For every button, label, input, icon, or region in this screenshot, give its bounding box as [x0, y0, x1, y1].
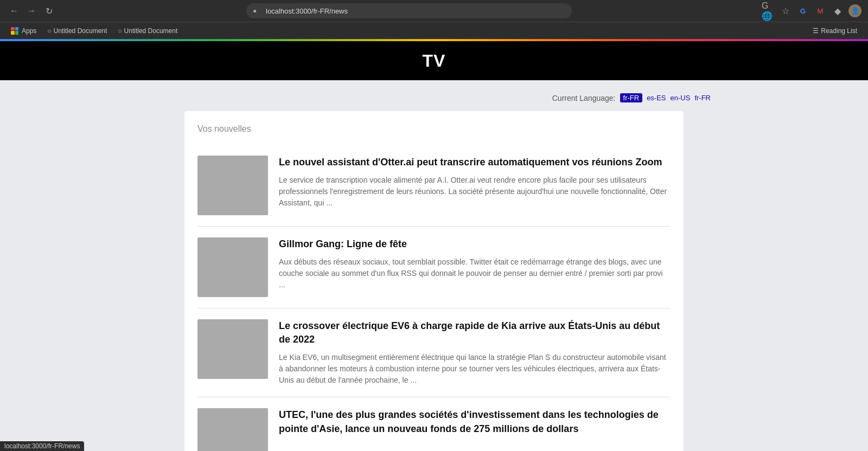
news-item: UTEC, l'une des plus grandes sociétés d'…	[197, 397, 671, 451]
reading-list-icon: ☰	[813, 27, 819, 35]
news-item: Le nouvel assistant d'Otter.ai peut tran…	[197, 145, 671, 227]
translate-icon[interactable]: G🌐	[762, 4, 775, 17]
lang-en-us[interactable]: en-US	[671, 94, 691, 102]
bookmark-star-icon[interactable]: ☆	[779, 4, 792, 17]
google-icon[interactable]: G	[796, 4, 809, 17]
browser-chrome: ← → ↻ ● localhost:3000/fr-FR/news G🌐 ☆ G…	[0, 0, 868, 22]
news-title-3[interactable]: Le crossover électrique EV6 à charge rap…	[279, 319, 671, 346]
lock-icon: ●	[253, 7, 257, 15]
back-button[interactable]: ←	[7, 3, 22, 18]
bookmark-label-2: Untitled Document	[124, 27, 178, 35]
bookmark-label-1: Untitled Document	[54, 27, 107, 35]
news-item: Le crossover électrique EV6 à charge rap…	[197, 308, 671, 397]
news-list: Le nouvel assistant d'Otter.ai peut tran…	[197, 145, 671, 451]
bookmark-untitled-2[interactable]: ○ Untitled Document	[113, 26, 182, 36]
news-content-4: UTEC, l'une des plus grandes sociétés d'…	[279, 408, 671, 441]
site-header: TV	[0, 41, 868, 80]
reading-list-label: Reading List	[821, 27, 857, 35]
site-title: TV	[423, 51, 446, 71]
status-url: localhost:3000/fr-FR/news	[4, 442, 80, 450]
news-content-1: Le nouvel assistant d'Otter.ai peut tran…	[279, 156, 671, 209]
status-bar: localhost:3000/fr-FR/news	[0, 441, 84, 451]
bookmark-untitled-1[interactable]: ○ Untitled Document	[43, 26, 111, 36]
news-thumbnail-2	[197, 237, 268, 297]
avatar[interactable]: 👤	[848, 4, 861, 17]
news-title-2[interactable]: Gillmor Gang: Ligne de fête	[279, 237, 671, 251]
news-thumbnail-4	[197, 408, 268, 451]
nav-buttons: ← → ↻	[7, 3, 56, 18]
news-title-4[interactable]: UTEC, l'une des plus grandes sociétés d'…	[279, 408, 671, 435]
gmail-icon[interactable]: M	[814, 4, 827, 17]
page-icon-2: ○	[118, 27, 122, 35]
language-bar: Current Language: fr-FR es-ES en-US fr-F…	[0, 89, 868, 111]
page-icon-1: ○	[47, 27, 51, 35]
apps-bookmark[interactable]: Apps	[7, 26, 41, 36]
news-item: Gillmor Gang: Ligne de fête Aux débuts d…	[197, 227, 671, 308]
news-thumbnail-1	[197, 156, 268, 215]
news-container: Vos nouvelles Le nouvel assistant d'Otte…	[184, 111, 684, 451]
section-title: Vos nouvelles	[197, 124, 671, 134]
news-summary-1: Le service de transcription vocale alime…	[279, 175, 671, 209]
news-title-1[interactable]: Le nouvel assistant d'Otter.ai peut tran…	[279, 156, 671, 169]
address-bar-container: ● localhost:3000/fr-FR/news	[61, 3, 757, 18]
main-content: Current Language: fr-FR es-ES en-US fr-F…	[0, 80, 868, 451]
news-summary-2: Aux débuts des réseaux sociaux, tout sem…	[279, 256, 671, 291]
lang-current-badge[interactable]: fr-FR	[620, 93, 643, 102]
apps-grid-icon	[11, 27, 18, 35]
news-content-3: Le crossover électrique EV6 à charge rap…	[279, 319, 671, 386]
url-text: localhost:3000/fr-FR/news	[266, 7, 348, 15]
extension-icon[interactable]: ◆	[831, 4, 844, 17]
lang-es-es[interactable]: es-ES	[647, 94, 666, 102]
forward-button[interactable]: →	[24, 3, 39, 18]
news-summary-3: Le Kia EV6, un multisegment entièrement …	[279, 352, 671, 386]
reading-list-button[interactable]: ☰ Reading List	[808, 26, 861, 36]
bookmarks-bar: Apps ○ Untitled Document ○ Untitled Docu…	[0, 22, 868, 39]
current-language-label: Current Language:	[552, 94, 616, 102]
apps-label: Apps	[22, 27, 36, 35]
lang-fr-fr[interactable]: fr-FR	[694, 94, 711, 102]
browser-right-icons: G🌐 ☆ G M ◆ 👤	[762, 4, 861, 17]
reload-button[interactable]: ↻	[41, 3, 56, 18]
news-thumbnail-3	[197, 319, 268, 379]
address-bar[interactable]: ● localhost:3000/fr-FR/news	[246, 3, 572, 18]
news-content-2: Gillmor Gang: Ligne de fête Aux débuts d…	[279, 237, 671, 291]
